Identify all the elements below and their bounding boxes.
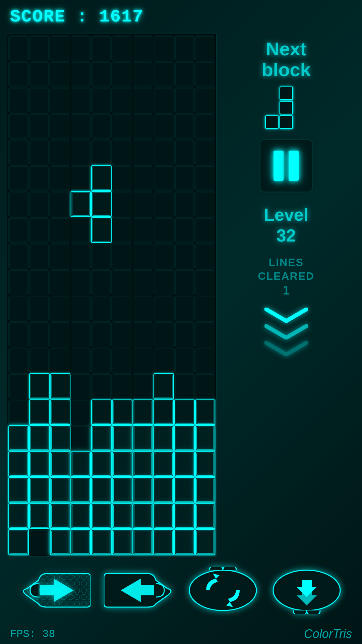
cell-0-0 [8, 35, 29, 61]
cell-8-0 [8, 243, 29, 269]
cell-15-1 [29, 425, 50, 451]
cell-9-9 [195, 269, 216, 295]
cell-12-0 [8, 347, 29, 373]
cell-10-5 [112, 296, 132, 321]
cell-15-0 [8, 425, 29, 451]
cell-6-1 [29, 191, 50, 217]
main-area: Next block [0, 34, 362, 557]
cell-9-6 [133, 269, 153, 295]
cell-9-0 [8, 269, 29, 295]
game-board[interactable] [7, 34, 217, 557]
lines-cleared-value: 1 [258, 283, 314, 298]
cell-6-7 [154, 191, 174, 217]
cell-17-8 [174, 477, 195, 503]
brand-label: ColorTris [304, 627, 352, 641]
rotate-right-button[interactable] [272, 567, 342, 614]
cell-18-3 [71, 503, 91, 529]
cell-10-7 [154, 296, 174, 321]
cell-6-3 [71, 191, 91, 217]
cell-17-3 [71, 477, 91, 503]
cell-5-4 [91, 165, 112, 191]
cell-6-9 [195, 191, 216, 217]
cell-14-4 [91, 399, 112, 425]
cell-11-0 [8, 321, 29, 347]
next-block-label: Next block [262, 39, 311, 80]
cell-0-8 [174, 35, 195, 61]
cell-17-0 [8, 477, 29, 503]
cell-8-1 [29, 243, 50, 269]
preview-cell-2-0 [265, 115, 279, 129]
cell-5-0 [8, 165, 29, 191]
cell-4-3 [71, 139, 91, 165]
cell-12-1 [29, 347, 50, 373]
next-block-line1: Next [266, 38, 306, 59]
cell-3-9 [195, 113, 216, 139]
cell-19-7 [154, 529, 174, 555]
cell-2-9 [195, 87, 216, 113]
board-grid [7, 34, 216, 556]
cell-0-5 [112, 35, 132, 61]
cell-3-4 [91, 113, 112, 139]
cell-5-8 [174, 165, 195, 191]
game-container: SCORE : 1617 Next block [0, 0, 362, 644]
cell-4-1 [29, 139, 50, 165]
cell-4-2 [50, 139, 70, 165]
chevron-2 [264, 324, 308, 339]
cell-17-4 [91, 477, 112, 503]
cell-9-5 [112, 269, 132, 295]
move-right-button[interactable] [104, 567, 174, 614]
cell-12-6 [133, 347, 153, 373]
score-value: 1617 [99, 7, 144, 27]
cell-3-7 [154, 113, 174, 139]
pause-bar-right [289, 151, 299, 181]
cell-18-8 [174, 503, 195, 529]
cell-5-2 [50, 165, 70, 191]
cell-13-1 [29, 373, 50, 399]
move-left-button[interactable] [20, 567, 90, 614]
cell-15-6 [133, 425, 153, 451]
cell-19-0 [8, 529, 29, 555]
cell-5-1 [29, 165, 50, 191]
cell-7-3 [71, 217, 91, 243]
cell-9-4 [91, 269, 112, 295]
cell-4-7 [154, 139, 174, 165]
cell-6-6 [133, 191, 153, 217]
cell-0-3 [71, 35, 91, 61]
cell-15-4 [91, 425, 112, 451]
preview-cell-1-2 [294, 101, 307, 114]
cell-10-8 [174, 296, 195, 321]
cell-3-8 [174, 113, 195, 139]
cell-1-8 [174, 61, 195, 87]
cell-7-8 [174, 217, 195, 243]
cell-14-1 [29, 399, 50, 425]
cell-12-5 [112, 347, 132, 373]
cell-14-0 [8, 399, 29, 425]
cell-18-9 [195, 503, 216, 529]
cell-6-8 [174, 191, 195, 217]
next-block-preview [265, 87, 307, 129]
cell-11-6 [133, 321, 153, 347]
pause-button[interactable] [259, 139, 313, 193]
rotate-left-button[interactable] [188, 567, 258, 614]
cell-11-3 [71, 321, 91, 347]
cell-11-2 [50, 321, 70, 347]
cell-8-4 [91, 243, 112, 269]
cell-11-9 [195, 321, 216, 347]
level-number: 32 [264, 225, 308, 246]
cell-8-5 [112, 243, 132, 269]
cell-7-6 [133, 217, 153, 243]
cell-16-6 [133, 451, 153, 477]
cell-1-7 [154, 61, 174, 87]
cell-16-4 [91, 451, 112, 477]
cell-2-7 [154, 87, 174, 113]
cell-14-3 [71, 399, 91, 425]
cell-14-6 [133, 399, 153, 425]
cell-6-0 [8, 191, 29, 217]
cell-16-9 [195, 451, 216, 477]
lines-cleared-label-line1: LINES [258, 256, 314, 270]
cell-1-2 [50, 61, 70, 87]
cell-2-1 [29, 87, 50, 113]
cell-15-7 [154, 425, 174, 451]
preview-cell-0-1 [280, 87, 293, 100]
cell-9-1 [29, 269, 50, 295]
